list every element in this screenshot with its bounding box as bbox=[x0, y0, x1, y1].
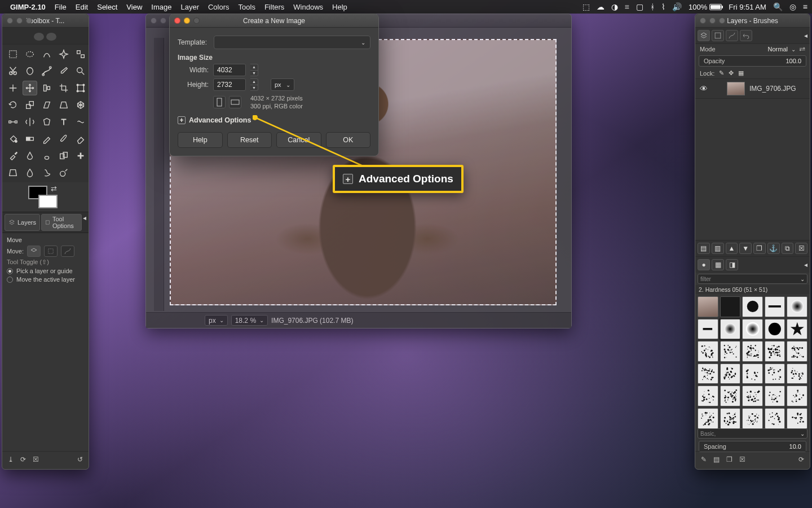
panel-menu-icon[interactable]: ◂ bbox=[804, 32, 807, 40]
tool-gradient[interactable] bbox=[23, 132, 37, 146]
mode-switch-icon[interactable]: ⮂ bbox=[799, 46, 805, 52]
swap-colors-icon[interactable]: ⇄ bbox=[51, 185, 57, 193]
tool-paintbrush[interactable] bbox=[56, 132, 71, 146]
brush-item[interactable] bbox=[742, 364, 763, 384]
spotlight-icon[interactable]: 🔍 bbox=[773, 2, 783, 11]
brush-item[interactable] bbox=[765, 319, 785, 340]
mode-value[interactable]: Normal bbox=[768, 46, 788, 52]
brush-item[interactable] bbox=[698, 319, 718, 340]
tab-gradients-icon[interactable]: ◨ bbox=[726, 259, 738, 270]
tool-rect-select[interactable] bbox=[6, 47, 20, 62]
airplay-icon[interactable]: ▢ bbox=[636, 2, 643, 11]
tool-move[interactable] bbox=[23, 81, 37, 95]
brush-item[interactable] bbox=[720, 296, 741, 317]
tab-tool-options[interactable]: Tool Options bbox=[41, 214, 82, 231]
window-controls[interactable] bbox=[174, 17, 200, 24]
brush-item[interactable] bbox=[787, 319, 807, 340]
tool-clone[interactable] bbox=[56, 148, 71, 163]
ruler-vertical[interactable] bbox=[154, 38, 164, 311]
tool-align[interactable] bbox=[39, 81, 54, 95]
tool-smudge[interactable] bbox=[39, 165, 54, 180]
brush-item[interactable] bbox=[720, 386, 741, 406]
zoom-selector[interactable]: 18.2 %⌄ bbox=[231, 315, 268, 326]
restore-options-icon[interactable]: ⟳ bbox=[20, 456, 26, 463]
brush-item[interactable] bbox=[787, 296, 807, 317]
raise-layer-icon[interactable]: ▲ bbox=[726, 243, 738, 254]
tool-heal[interactable] bbox=[73, 148, 88, 163]
brush-item[interactable] bbox=[787, 408, 807, 428]
lock-pixels-icon[interactable]: ✎ bbox=[719, 69, 724, 77]
edit-brush-icon[interactable]: ✎ bbox=[701, 456, 707, 463]
reset-options-icon[interactable]: ↺ bbox=[77, 456, 83, 463]
tool-3d-transform[interactable] bbox=[73, 98, 88, 112]
move-mode-path[interactable] bbox=[61, 246, 74, 257]
brush-item[interactable] bbox=[698, 341, 718, 362]
orientation-landscape-icon[interactable] bbox=[229, 96, 241, 108]
brush-item[interactable] bbox=[698, 408, 718, 428]
delete-brush-icon[interactable]: ☒ bbox=[739, 456, 745, 463]
fg-bg-colors[interactable]: ⇄ bbox=[7, 185, 84, 209]
ok-button[interactable]: OK bbox=[326, 132, 371, 148]
brush-item[interactable] bbox=[742, 296, 763, 317]
brush-item[interactable] bbox=[698, 364, 718, 384]
spacing-value[interactable]: 10.0 bbox=[789, 443, 801, 450]
brush-item[interactable] bbox=[742, 341, 763, 362]
delete-options-icon[interactable]: ☒ bbox=[33, 456, 39, 463]
tab-channels-icon[interactable] bbox=[712, 30, 724, 41]
width-spinner[interactable]: ▲▼ bbox=[250, 64, 258, 76]
delete-layer-icon[interactable]: ☒ bbox=[795, 243, 807, 254]
menu-layer[interactable]: Layer bbox=[180, 3, 199, 11]
tool-shear[interactable] bbox=[39, 98, 54, 112]
tool-measure[interactable] bbox=[6, 81, 20, 95]
brush-item[interactable] bbox=[765, 408, 785, 428]
opt-move-active[interactable]: Move the active layer bbox=[7, 276, 84, 283]
lower-layer-icon[interactable]: ▼ bbox=[739, 243, 752, 254]
tool-text[interactable] bbox=[56, 115, 71, 129]
tab-undo-icon[interactable] bbox=[740, 30, 752, 41]
tool-zoom[interactable] bbox=[73, 64, 88, 78]
tool-airbrush[interactable] bbox=[6, 148, 20, 163]
lock-position-icon[interactable]: ✥ bbox=[729, 69, 734, 77]
tool-dodge[interactable] bbox=[56, 165, 71, 180]
height-input[interactable]: 2732 bbox=[213, 78, 246, 91]
orientation-portrait-icon[interactable] bbox=[213, 96, 226, 108]
visibility-icon[interactable]: 👁 bbox=[700, 84, 708, 93]
menu-edit[interactable]: Edit bbox=[76, 3, 88, 11]
tool-color-picker[interactable] bbox=[56, 64, 71, 78]
duplicate-layer-icon[interactable]: ❐ bbox=[753, 243, 766, 254]
brush-item[interactable] bbox=[720, 341, 741, 362]
tray-icon[interactable]: ◑ bbox=[611, 2, 618, 11]
brush-item[interactable] bbox=[742, 319, 763, 340]
move-mode-layer[interactable] bbox=[27, 246, 41, 257]
tab-layers[interactable]: Layers bbox=[5, 214, 40, 231]
mode-chevron-icon[interactable]: ⌄ bbox=[791, 46, 796, 52]
tool-pencil[interactable] bbox=[39, 132, 54, 146]
tool-flip[interactable] bbox=[23, 115, 37, 129]
menu-file[interactable]: File bbox=[55, 3, 67, 11]
brush-item[interactable] bbox=[765, 386, 785, 406]
bluetooth-icon[interactable]: ᚼ bbox=[650, 2, 655, 11]
tab-paths-icon[interactable] bbox=[726, 30, 738, 41]
tab-layers-icon[interactable] bbox=[698, 30, 710, 41]
brush-item[interactable] bbox=[765, 364, 785, 384]
layer-row[interactable]: 👁 IMG_9706.JPG bbox=[695, 79, 810, 99]
width-input[interactable]: 4032 bbox=[213, 64, 246, 76]
opacity-value[interactable]: 100.0 bbox=[785, 58, 801, 64]
tool-perspective-clone[interactable] bbox=[6, 165, 20, 180]
orientation-toggle[interactable] bbox=[213, 96, 241, 108]
tool-foreground-select[interactable] bbox=[23, 64, 37, 78]
brush-item[interactable] bbox=[720, 408, 741, 428]
battery-indicator[interactable]: 100% bbox=[689, 3, 722, 11]
template-combo[interactable]: ⌄ bbox=[214, 36, 370, 49]
menu-tools[interactable]: Tools bbox=[239, 3, 255, 11]
merge-layer-icon[interactable]: ⧉ bbox=[782, 243, 794, 254]
tool-ellipse-select[interactable] bbox=[23, 47, 37, 62]
duplicate-brush-icon[interactable]: ❐ bbox=[726, 456, 732, 463]
brush-item-selected[interactable] bbox=[720, 319, 741, 340]
cancel-button[interactable]: Cancel bbox=[276, 132, 321, 148]
menu-view[interactable]: View bbox=[126, 3, 142, 11]
unit-combo[interactable]: px⌄ bbox=[271, 78, 294, 91]
menu-help[interactable]: Help bbox=[332, 3, 347, 11]
brush-item[interactable] bbox=[787, 364, 807, 384]
tool-crop[interactable] bbox=[56, 81, 71, 95]
